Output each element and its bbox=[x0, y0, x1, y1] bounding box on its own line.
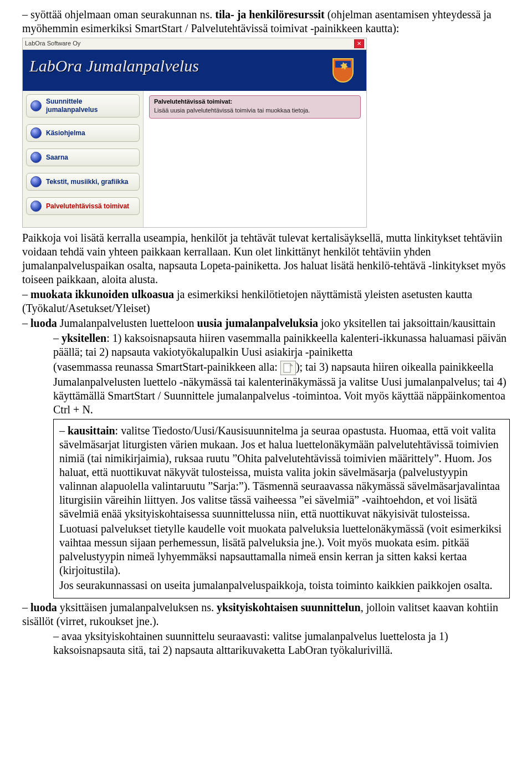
luoda-mid: Jumalanpalvelusten luetteloon bbox=[57, 317, 197, 329]
sidebar-item-label: Käsiohjelma bbox=[46, 129, 85, 137]
svg-marker-1 bbox=[290, 364, 293, 366]
luoda-bold2: uusia jumalanpalveluksia bbox=[197, 317, 318, 329]
info-panel-title: Palvelutehtävissä toimivat: bbox=[154, 98, 356, 106]
sidebar-item-saarna[interactable]: Saarna bbox=[26, 149, 140, 166]
sidebar-item-tekstit[interactable]: Tekstit, musiikki, grafiikka bbox=[26, 173, 140, 191]
bullet-icon bbox=[30, 152, 42, 163]
box-p1-bold: kausittain bbox=[68, 424, 115, 437]
window-title: LabOra Software Oy bbox=[25, 40, 80, 48]
sidebar-item-kasiohjelma[interactable]: Käsiohjelma bbox=[26, 124, 140, 142]
close-icon[interactable]: ✕ bbox=[354, 39, 364, 48]
dash: – bbox=[53, 332, 62, 344]
sidebar-item-label: Saarna bbox=[46, 153, 68, 162]
dash: – bbox=[22, 317, 30, 329]
kausittain-box: – kausittain: valitse Tiedosto/Uusi/Kaus… bbox=[53, 419, 510, 598]
sidebar-item-label: Palvelutehtävissä toimivat bbox=[46, 202, 129, 211]
intro-line: – syöttää ohjelmaan oman seurakunnan ns.… bbox=[22, 8, 510, 35]
bullet-luoda: – luoda Jumalanpalvelusten luetteloon uu… bbox=[22, 316, 510, 330]
vasemmassa-line: (vasemmassa reunassa SmartStart-painikke… bbox=[53, 360, 510, 417]
sidebar-item-palvelutehtavissa[interactable]: Palvelutehtävissä toimivat bbox=[26, 197, 140, 215]
sidebar-item-suunnittele[interactable]: Suunnittele jumalanpalvelus bbox=[26, 94, 140, 117]
app-body: Suunnittele jumalanpalvelus Käsiohjelma … bbox=[23, 91, 366, 227]
box-p1: – kausittain: valitse Tiedosto/Uusi/Kaus… bbox=[59, 424, 504, 521]
box-p2: Luotuasi palvelukset tietylle kaudelle v… bbox=[59, 522, 504, 577]
new-document-icon bbox=[280, 361, 296, 375]
luoda-rest: joko yksitellen tai jaksoittain/kausitta… bbox=[318, 317, 495, 329]
main-panel: Palvelutehtävissä toimivat: Lisää uusia … bbox=[144, 91, 366, 227]
window-titlebar: LabOra Software Oy ✕ bbox=[23, 38, 366, 50]
bullet-icon bbox=[30, 127, 42, 139]
bullet-yksitellen: – yksitellen: 1) kaksoisnapsauta hiiren … bbox=[53, 331, 510, 359]
vasen-pre: (vasemmassa reunassa SmartStart-painikke… bbox=[53, 361, 280, 373]
bullet-yksityiskohtainen: – luoda yksittäisen jumalanpalveluksen n… bbox=[22, 601, 510, 628]
svg-rect-0 bbox=[284, 364, 290, 372]
sub-avaa: – avaa yksityiskohtainen suunnittelu seu… bbox=[53, 629, 510, 657]
yks-mid: yksittäisen jumalanpalveluksen ns. bbox=[57, 601, 217, 613]
dash: – bbox=[22, 601, 30, 613]
info-panel: Palvelutehtävissä toimivat: Lisää uusia … bbox=[149, 95, 361, 119]
intro-pre: syöttää ohjelmaan oman seurakunnan ns. bbox=[30, 8, 215, 21]
bullet-icon bbox=[30, 100, 42, 111]
dash: – bbox=[22, 8, 30, 21]
dash: – bbox=[59, 424, 68, 437]
box-p1-rest: : valitse Tiedosto/Uusi/Kausisuunnitelma… bbox=[59, 424, 500, 520]
yks-bold1: luoda bbox=[30, 601, 57, 613]
info-panel-text: Lisää uusia palvelutehtävissä toimivia t… bbox=[154, 107, 356, 115]
sidebar-item-label: Suunnittele jumalanpalvelus bbox=[46, 98, 135, 114]
box-p3: Jos seurakunnassasi on useita jumalanpal… bbox=[59, 579, 504, 592]
sidebar: Suunnittele jumalanpalvelus Käsiohjelma … bbox=[23, 91, 144, 227]
ulko-bold: muokata ikkunoiden ulkoasua bbox=[30, 288, 174, 300]
app-banner: LabOra Jumalanpalvelus bbox=[23, 50, 366, 91]
luoda-bold1: luoda bbox=[30, 317, 57, 329]
embedded-screenshot: LabOra Software Oy ✕ LabOra Jumalanpalve… bbox=[22, 38, 367, 228]
yks-bold2: yksityiskohtaisen suunnittelun bbox=[217, 601, 361, 613]
after-screenshot-paragraph: Paikkoja voi lisätä kerralla useampia, h… bbox=[22, 231, 510, 286]
intro-bold: tila- ja henkilöresurssit bbox=[215, 8, 324, 21]
bullet-icon bbox=[30, 201, 42, 212]
yksitellen-bold: yksitellen bbox=[62, 332, 106, 344]
sidebar-item-label: Tekstit, musiikki, grafiikka bbox=[46, 178, 129, 186]
bullet-icon bbox=[30, 176, 42, 187]
yksitellen-rest: : 1) kaksoisnapsauta hiiren vasemmalla p… bbox=[53, 332, 507, 358]
shield-icon bbox=[332, 58, 354, 83]
bullet-ulkoasu: – muokata ikkunoiden ulkoasua ja esimerk… bbox=[22, 288, 510, 315]
dash: – bbox=[22, 288, 30, 300]
app-banner-title: LabOra Jumalanpalvelus bbox=[29, 55, 199, 76]
